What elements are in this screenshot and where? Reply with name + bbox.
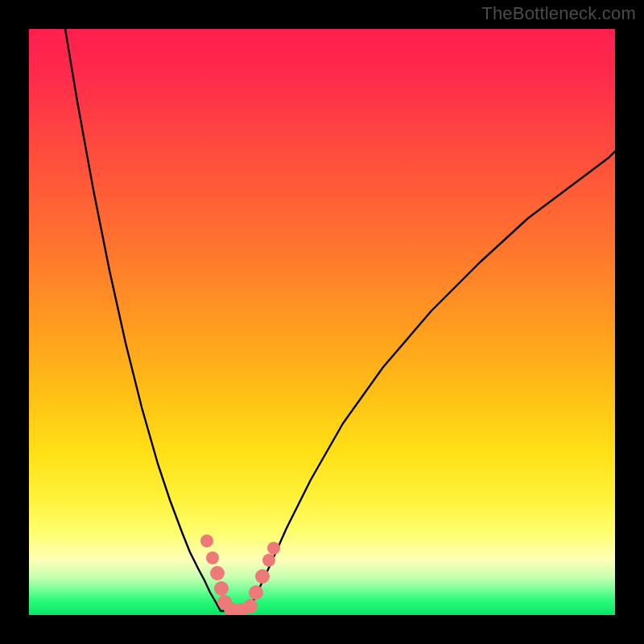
curve-marker bbox=[210, 566, 225, 580]
plot-area bbox=[29, 29, 615, 615]
curve-marker bbox=[267, 542, 280, 555]
curve-marker bbox=[200, 535, 213, 547]
curve-marker bbox=[255, 569, 270, 584]
curve-marker bbox=[262, 554, 275, 567]
curve-marker bbox=[206, 551, 219, 564]
watermark-text: TheBottleneck.com bbox=[481, 3, 636, 24]
curve-marker bbox=[249, 585, 263, 600]
curve-left-branch bbox=[65, 29, 221, 611]
curve-markers bbox=[200, 535, 280, 615]
outer-frame: TheBottleneck.com bbox=[0, 0, 644, 644]
bottleneck-curve bbox=[29, 29, 615, 615]
curve-marker bbox=[214, 581, 229, 596]
curve-right-branch bbox=[248, 151, 615, 611]
curve-marker bbox=[243, 599, 258, 613]
